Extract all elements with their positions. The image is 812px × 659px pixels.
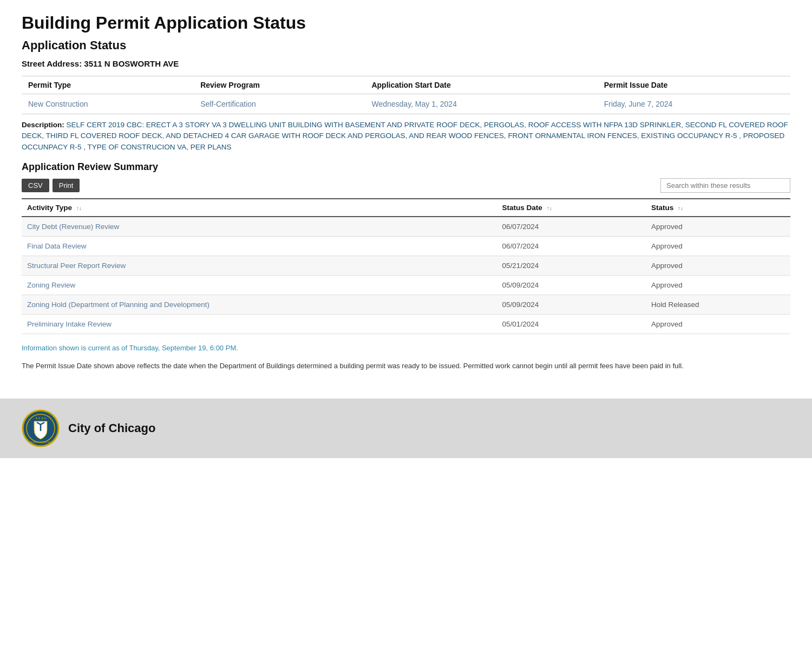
description-block: Description: SELF CERT 2019 CBC: ERECT A… bbox=[22, 114, 790, 161]
status-date-cell: 05/01/2024 bbox=[497, 314, 646, 334]
status-cell: Approved bbox=[646, 314, 790, 334]
status-date-cell: 05/09/2024 bbox=[497, 275, 646, 295]
street-address-label: Street Address: bbox=[22, 59, 82, 68]
status-date-cell: 05/09/2024 bbox=[497, 295, 646, 314]
permit-type-value: New Construction bbox=[22, 94, 194, 114]
street-address: Street Address: 3511 N BOSWORTH AVE bbox=[22, 59, 790, 68]
chicago-seal-icon: ★ ★ ★ ★ INCORPORATED 1837 bbox=[22, 409, 60, 447]
table-row: City Debt (Revenue) Review06/07/2024Appr… bbox=[22, 217, 790, 237]
permit-row: New Construction Self-Certification Wedn… bbox=[22, 94, 790, 114]
status-cell: Hold Released bbox=[646, 295, 790, 314]
col-permit-issue-date: Permit Issue Date bbox=[598, 76, 790, 94]
status-cell: Approved bbox=[646, 217, 790, 237]
description-label: Description: bbox=[22, 121, 64, 129]
review-col-status-date: Status Date ↑↓ bbox=[497, 199, 646, 217]
activity-type-cell: Zoning Review bbox=[22, 275, 497, 295]
status-cell: Approved bbox=[646, 256, 790, 275]
permit-note: The Permit Issue Date shown above reflec… bbox=[22, 361, 790, 372]
activity-type-cell: Preliminary Intake Review bbox=[22, 314, 497, 334]
sort-icon-status[interactable]: ↑↓ bbox=[678, 205, 683, 211]
status-date-cell: 06/07/2024 bbox=[497, 217, 646, 237]
col-permit-type: Permit Type bbox=[22, 76, 194, 94]
page-title: Building Permit Application Status bbox=[22, 13, 790, 33]
activity-type-cell: City Debt (Revenue) Review bbox=[22, 217, 497, 237]
status-date-cell: 05/21/2024 bbox=[497, 256, 646, 275]
table-row: Final Data Review06/07/2024Approved bbox=[22, 236, 790, 256]
section-title: Application Status bbox=[22, 38, 790, 53]
review-program-value: Self-Certification bbox=[194, 94, 365, 114]
description-text: SELF CERT 2019 CBC: ERECT A 3 STORY VA 3… bbox=[22, 121, 788, 151]
table-row: Zoning Review05/09/2024Approved bbox=[22, 275, 790, 295]
main-content: Building Permit Application Status Appli… bbox=[0, 0, 812, 399]
search-input[interactable] bbox=[660, 178, 790, 193]
status-date-cell: 06/07/2024 bbox=[497, 236, 646, 256]
review-table: Activity Type ↑↓ Status Date ↑↓ Status ↑… bbox=[22, 198, 790, 334]
activity-type-cell: Zoning Hold (Department of Planning and … bbox=[22, 295, 497, 314]
svg-text:INCORPORATED 1837: INCORPORATED 1837 bbox=[29, 441, 53, 443]
toolbar-left: CSV Print bbox=[22, 179, 80, 192]
activity-type-cell: Structural Peer Report Review bbox=[22, 256, 497, 275]
status-cell: Approved bbox=[646, 236, 790, 256]
street-address-value: 3511 N BOSWORTH AVE bbox=[84, 59, 179, 68]
sort-icon-activity[interactable]: ↑↓ bbox=[76, 205, 82, 211]
csv-button[interactable]: CSV bbox=[22, 179, 49, 192]
table-row: Preliminary Intake Review05/01/2024Appro… bbox=[22, 314, 790, 334]
page-wrapper: Building Permit Application Status Appli… bbox=[0, 0, 812, 458]
table-row: Zoning Hold (Department of Planning and … bbox=[22, 295, 790, 314]
info-text: Information shown is current as of Thurs… bbox=[22, 343, 790, 354]
col-review-program: Review Program bbox=[194, 76, 365, 94]
col-app-start-date: Application Start Date bbox=[365, 76, 597, 94]
print-button[interactable]: Print bbox=[53, 179, 80, 192]
review-summary-title: Application Review Summary bbox=[22, 161, 790, 173]
review-col-activity: Activity Type ↑↓ bbox=[22, 199, 497, 217]
status-cell: Approved bbox=[646, 275, 790, 295]
activity-type-cell: Final Data Review bbox=[22, 236, 497, 256]
app-start-date-value: Wednesday, May 1, 2024 bbox=[365, 94, 597, 114]
sort-icon-status-date[interactable]: ↑↓ bbox=[547, 205, 552, 211]
toolbar: CSV Print bbox=[22, 178, 790, 193]
search-container bbox=[660, 178, 790, 193]
table-row: Structural Peer Report Review05/21/2024A… bbox=[22, 256, 790, 275]
svg-text:★ ★ ★ ★: ★ ★ ★ ★ bbox=[35, 416, 47, 420]
footer-city-name: City of Chicago bbox=[68, 421, 155, 435]
permit-issue-date-value: Friday, June 7, 2024 bbox=[598, 94, 790, 114]
review-col-status: Status ↑↓ bbox=[646, 199, 790, 217]
footer: ★ ★ ★ ★ INCORPORATED 1837 City of Chicag… bbox=[0, 399, 812, 458]
permit-table: Permit Type Review Program Application S… bbox=[22, 76, 790, 114]
